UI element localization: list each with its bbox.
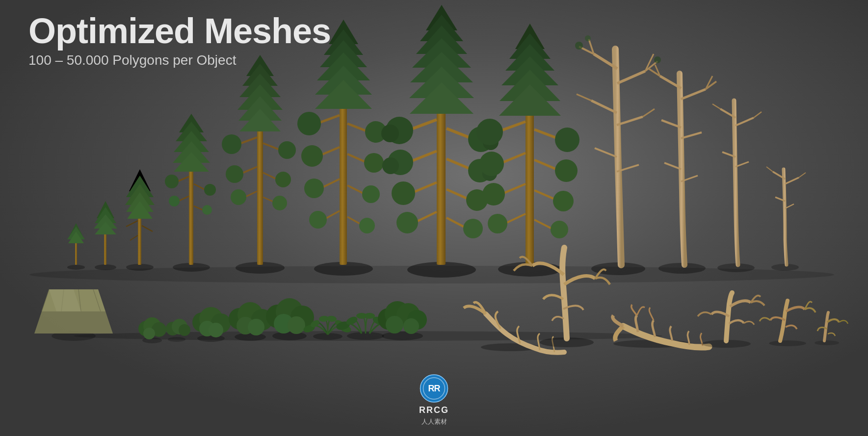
svg-point-80 — [309, 211, 327, 229]
svg-point-211 — [288, 316, 305, 334]
svg-point-48 — [222, 134, 241, 154]
svg-point-57 — [272, 196, 287, 210]
svg-point-149 — [585, 35, 591, 41]
svg-point-52 — [226, 165, 243, 183]
svg-point-68 — [297, 112, 321, 135]
svg-point-95 — [381, 125, 399, 142]
subtitle: 100 – 50.000 Polygons per Object — [28, 52, 331, 68]
svg-point-105 — [392, 181, 415, 205]
svg-point-226 — [382, 332, 423, 340]
svg-point-122 — [555, 128, 579, 152]
svg-point-206 — [272, 332, 307, 340]
main-title: Optimized Meshes — [28, 13, 331, 49]
svg-point-238 — [815, 340, 839, 345]
svg-point-34 — [165, 175, 179, 188]
svg-point-35 — [204, 184, 216, 196]
svg-point-125 — [479, 152, 504, 176]
svg-point-36 — [169, 196, 180, 206]
svg-point-49 — [278, 141, 296, 159]
svg-point-109 — [396, 212, 418, 233]
svg-point-205 — [248, 319, 264, 335]
svg-point-133 — [488, 214, 507, 233]
svg-point-134 — [551, 221, 568, 238]
svg-point-189 — [143, 328, 155, 339]
svg-point-194 — [197, 335, 225, 342]
svg-point-148 — [575, 42, 583, 50]
svg-point-199 — [209, 323, 223, 337]
svg-point-77 — [362, 185, 380, 203]
main-content: Optimized Meshes 100 – 50.000 Polygons p… — [0, 0, 868, 436]
svg-point-231 — [386, 316, 403, 333]
svg-point-76 — [304, 179, 324, 198]
watermark-brand: RRCG — [419, 405, 449, 415]
svg-point-121 — [476, 119, 503, 145]
watermark: RR RRCG 人人素材 — [419, 374, 449, 426]
svg-point-37 — [202, 205, 212, 215]
svg-point-150 — [654, 56, 661, 63]
svg-point-129 — [482, 183, 505, 205]
svg-point-237 — [769, 340, 806, 346]
svg-marker-178 — [34, 311, 113, 333]
svg-point-130 — [553, 191, 574, 211]
watermark-sub: 人人素材 — [421, 417, 447, 426]
svg-point-190 — [168, 337, 185, 342]
svg-point-53 — [275, 172, 291, 187]
svg-text:RR: RR — [428, 384, 441, 393]
svg-point-101 — [382, 157, 399, 174]
svg-point-81 — [359, 218, 375, 233]
svg-point-72 — [301, 145, 323, 167]
svg-point-126 — [555, 159, 578, 182]
svg-point-2 — [67, 265, 85, 270]
svg-point-13 — [126, 264, 154, 271]
watermark-logo-icon: RR — [420, 374, 449, 403]
svg-point-232 — [403, 318, 419, 334]
svg-point-110 — [463, 219, 483, 238]
svg-point-7 — [95, 264, 116, 270]
svg-point-193 — [179, 324, 190, 336]
title-block: Optimized Meshes 100 – 50.000 Polygons p… — [28, 13, 331, 68]
svg-point-73 — [364, 153, 384, 173]
svg-point-56 — [231, 189, 246, 205]
svg-point-200 — [235, 333, 266, 341]
